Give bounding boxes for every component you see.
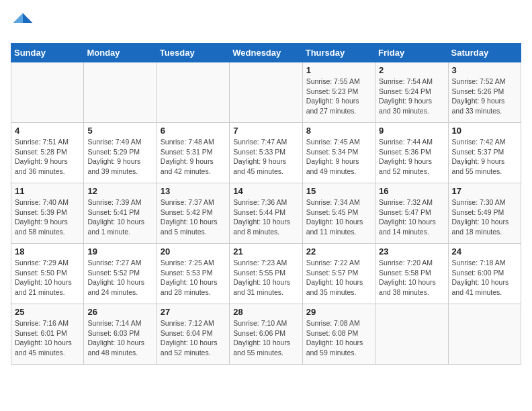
day-cell: 3Sunrise: 7:52 AM Sunset: 5:26 PM Daylig…	[448, 62, 521, 123]
day-cell: 8Sunrise: 7:45 AM Sunset: 5:34 PM Daylig…	[302, 123, 375, 183]
day-number: 27	[161, 307, 226, 317]
day-number: 15	[306, 186, 371, 196]
day-info: Sunrise: 7:55 AM Sunset: 5:23 PM Dayligh…	[306, 77, 371, 116]
svg-marker-0	[23, 13, 32, 23]
day-info: Sunrise: 7:23 AM Sunset: 5:55 PM Dayligh…	[233, 258, 298, 298]
day-cell: 18Sunrise: 7:29 AM Sunset: 5:50 PM Dayli…	[11, 244, 84, 304]
day-cell: 16Sunrise: 7:32 AM Sunset: 5:47 PM Dayli…	[375, 183, 448, 244]
day-number: 6	[161, 126, 226, 136]
day-cell: 17Sunrise: 7:30 AM Sunset: 5:49 PM Dayli…	[448, 183, 521, 244]
day-number: 22	[306, 246, 371, 257]
day-info: Sunrise: 7:40 AM Sunset: 5:39 PM Dayligh…	[15, 197, 80, 237]
day-number: 23	[379, 246, 444, 257]
day-info: Sunrise: 7:51 AM Sunset: 5:28 PM Dayligh…	[15, 137, 80, 177]
day-header-thursday: Thursday	[302, 44, 375, 62]
day-info: Sunrise: 7:27 AM Sunset: 5:52 PM Dayligh…	[87, 258, 152, 298]
day-number: 8	[306, 126, 371, 136]
week-row-1: 1Sunrise: 7:55 AM Sunset: 5:23 PM Daylig…	[11, 62, 521, 123]
day-cell	[448, 304, 521, 365]
day-cell	[230, 62, 302, 123]
day-cell: 26Sunrise: 7:14 AM Sunset: 6:03 PM Dayli…	[84, 304, 157, 365]
day-cell: 7Sunrise: 7:47 AM Sunset: 5:33 PM Daylig…	[230, 123, 302, 183]
day-number: 21	[233, 246, 298, 257]
day-cell	[157, 62, 229, 123]
day-header-monday: Monday	[84, 44, 157, 62]
day-cell: 9Sunrise: 7:44 AM Sunset: 5:36 PM Daylig…	[375, 123, 448, 183]
day-number: 14	[233, 186, 298, 196]
day-header-friday: Friday	[375, 44, 448, 62]
day-info: Sunrise: 7:34 AM Sunset: 5:45 PM Dayligh…	[306, 197, 371, 237]
day-cell: 22Sunrise: 7:22 AM Sunset: 5:57 PM Dayli…	[302, 244, 375, 304]
day-header-tuesday: Tuesday	[157, 44, 229, 62]
day-info: Sunrise: 7:37 AM Sunset: 5:42 PM Dayligh…	[161, 197, 226, 237]
day-cell: 1Sunrise: 7:55 AM Sunset: 5:23 PM Daylig…	[302, 62, 375, 123]
day-header-saturday: Saturday	[448, 44, 521, 62]
day-info: Sunrise: 7:45 AM Sunset: 5:34 PM Dayligh…	[306, 137, 371, 177]
day-info: Sunrise: 7:14 AM Sunset: 6:03 PM Dayligh…	[87, 318, 152, 358]
day-number: 16	[379, 186, 444, 196]
day-cell: 4Sunrise: 7:51 AM Sunset: 5:28 PM Daylig…	[11, 123, 84, 183]
day-number: 26	[87, 307, 152, 317]
day-info: Sunrise: 7:16 AM Sunset: 6:01 PM Dayligh…	[15, 318, 80, 358]
day-cell: 14Sunrise: 7:36 AM Sunset: 5:44 PM Dayli…	[230, 183, 302, 244]
day-info: Sunrise: 7:22 AM Sunset: 5:57 PM Dayligh…	[306, 258, 371, 298]
day-cell: 12Sunrise: 7:39 AM Sunset: 5:41 PM Dayli…	[84, 183, 157, 244]
day-cell	[375, 304, 448, 365]
header	[11, 11, 521, 35]
day-info: Sunrise: 7:54 AM Sunset: 5:24 PM Dayligh…	[379, 77, 444, 116]
day-cell: 10Sunrise: 7:42 AM Sunset: 5:37 PM Dayli…	[448, 123, 521, 183]
day-number: 13	[161, 186, 226, 196]
day-number: 19	[87, 246, 152, 257]
day-number: 11	[15, 186, 80, 196]
day-header-wednesday: Wednesday	[230, 44, 302, 62]
day-number: 17	[452, 186, 517, 196]
day-info: Sunrise: 7:48 AM Sunset: 5:31 PM Dayligh…	[161, 137, 226, 177]
day-cell: 6Sunrise: 7:48 AM Sunset: 5:31 PM Daylig…	[157, 123, 229, 183]
day-cell: 20Sunrise: 7:25 AM Sunset: 5:53 PM Dayli…	[157, 244, 229, 304]
day-cell: 15Sunrise: 7:34 AM Sunset: 5:45 PM Dayli…	[302, 183, 375, 244]
week-row-5: 25Sunrise: 7:16 AM Sunset: 6:01 PM Dayli…	[11, 304, 521, 365]
day-number: 9	[379, 126, 444, 136]
day-cell	[84, 62, 157, 123]
week-row-3: 11Sunrise: 7:40 AM Sunset: 5:39 PM Dayli…	[11, 183, 521, 244]
logo-icon	[11, 11, 35, 35]
day-number: 29	[306, 307, 371, 317]
day-info: Sunrise: 7:44 AM Sunset: 5:36 PM Dayligh…	[379, 137, 444, 177]
day-info: Sunrise: 7:36 AM Sunset: 5:44 PM Dayligh…	[233, 197, 298, 237]
day-cell: 25Sunrise: 7:16 AM Sunset: 6:01 PM Dayli…	[11, 304, 84, 365]
day-number: 5	[87, 126, 152, 136]
day-info: Sunrise: 7:25 AM Sunset: 5:53 PM Dayligh…	[161, 258, 226, 298]
day-number: 28	[233, 307, 298, 317]
day-number: 4	[15, 126, 80, 136]
day-info: Sunrise: 7:18 AM Sunset: 6:00 PM Dayligh…	[452, 258, 517, 298]
logo	[11, 11, 38, 35]
header-row: SundayMondayTuesdayWednesdayThursdayFrid…	[11, 44, 521, 62]
day-info: Sunrise: 7:47 AM Sunset: 5:33 PM Dayligh…	[233, 137, 298, 177]
day-info: Sunrise: 7:29 AM Sunset: 5:50 PM Dayligh…	[15, 258, 80, 298]
day-info: Sunrise: 7:39 AM Sunset: 5:41 PM Dayligh…	[87, 197, 152, 237]
day-info: Sunrise: 7:12 AM Sunset: 6:04 PM Dayligh…	[161, 318, 226, 358]
day-number: 25	[15, 307, 80, 317]
day-cell	[11, 62, 84, 123]
day-info: Sunrise: 7:49 AM Sunset: 5:29 PM Dayligh…	[87, 137, 152, 177]
day-cell: 2Sunrise: 7:54 AM Sunset: 5:24 PM Daylig…	[375, 62, 448, 123]
week-row-4: 18Sunrise: 7:29 AM Sunset: 5:50 PM Dayli…	[11, 244, 521, 304]
day-info: Sunrise: 7:42 AM Sunset: 5:37 PM Dayligh…	[452, 137, 517, 177]
day-cell: 19Sunrise: 7:27 AM Sunset: 5:52 PM Dayli…	[84, 244, 157, 304]
svg-marker-1	[13, 13, 23, 23]
day-info: Sunrise: 7:30 AM Sunset: 5:49 PM Dayligh…	[452, 197, 517, 237]
day-info: Sunrise: 7:52 AM Sunset: 5:26 PM Dayligh…	[452, 77, 517, 116]
day-number: 1	[306, 65, 371, 75]
day-number: 18	[15, 246, 80, 257]
day-number: 2	[379, 65, 444, 75]
day-number: 10	[452, 126, 517, 136]
day-cell: 23Sunrise: 7:20 AM Sunset: 5:58 PM Dayli…	[375, 244, 448, 304]
day-cell: 13Sunrise: 7:37 AM Sunset: 5:42 PM Dayli…	[157, 183, 229, 244]
day-cell: 24Sunrise: 7:18 AM Sunset: 6:00 PM Dayli…	[448, 244, 521, 304]
day-number: 12	[87, 186, 152, 196]
week-row-2: 4Sunrise: 7:51 AM Sunset: 5:28 PM Daylig…	[11, 123, 521, 183]
day-info: Sunrise: 7:08 AM Sunset: 6:08 PM Dayligh…	[306, 318, 371, 358]
day-header-sunday: Sunday	[11, 44, 84, 62]
calendar-table: SundayMondayTuesdayWednesdayThursdayFrid…	[11, 43, 521, 365]
day-cell: 21Sunrise: 7:23 AM Sunset: 5:55 PM Dayli…	[230, 244, 302, 304]
